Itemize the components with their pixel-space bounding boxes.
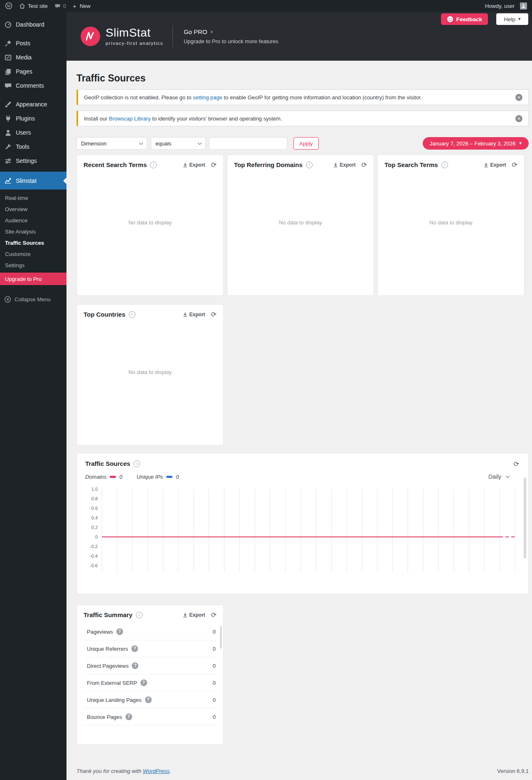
refresh-icon[interactable]	[512, 162, 517, 168]
summary-scrollbar[interactable]	[220, 626, 222, 649]
feedback-button[interactable]: Feedback	[441, 13, 488, 25]
legend-item-unique-ips[interactable]: Unique IPs 0	[137, 474, 179, 480]
help-icon[interactable]	[126, 714, 132, 720]
refresh-icon[interactable]	[211, 612, 217, 618]
export-label: Export	[340, 162, 356, 168]
chart-scrollbar[interactable]	[524, 477, 526, 559]
sidebar-item-label: Appearance	[16, 101, 47, 108]
svg-text:-0.2: -0.2	[90, 544, 98, 549]
apply-button[interactable]: Apply	[293, 137, 319, 150]
export-label: Export	[490, 162, 506, 168]
sidebar-item-label: Settings	[16, 157, 37, 164]
info-icon[interactable]	[133, 460, 140, 467]
wordpress-link[interactable]: WordPress	[143, 768, 170, 774]
svg-text:0.6: 0.6	[91, 506, 98, 511]
sidebar-item-pages[interactable]: Pages	[0, 64, 66, 79]
panel-top-countries: Top Countries Export No data to display	[76, 304, 224, 445]
refresh-icon[interactable]	[211, 311, 217, 318]
summary-label: Direct Pageviews	[87, 663, 128, 669]
gopro-block[interactable]: Go PRO › Upgrade to Pro to unlock more f…	[184, 28, 278, 44]
sidebar-item-plugins[interactable]: Plugins	[0, 111, 66, 125]
submenu-item-site-analysis[interactable]: Site Analysis	[0, 226, 66, 237]
admin-bar-comments[interactable]: 0	[54, 3, 66, 9]
submenu-item-real-time[interactable]: Real-time	[0, 192, 66, 204]
help-icon[interactable]	[131, 645, 138, 652]
legend-label: Unique IPs	[137, 474, 163, 480]
download-icon	[183, 613, 187, 618]
help-icon[interactable]	[116, 628, 123, 635]
submenu-item-upgrade-to-pro[interactable]: Upgrade to Pro	[0, 273, 66, 285]
export-button[interactable]: Export	[183, 162, 205, 168]
footer-thanks-text: .	[170, 768, 171, 774]
info-icon[interactable]	[129, 311, 135, 318]
slimstat-header: SlimStat privacy-first analytics Go PRO …	[66, 12, 532, 61]
submenu-item-settings[interactable]: Settings	[0, 260, 66, 271]
browscap-library-link[interactable]: Browscap Library	[109, 116, 150, 122]
export-button[interactable]: Export	[183, 612, 205, 618]
filter-value-input[interactable]	[209, 137, 287, 150]
sidebar-item-tools[interactable]: Tools	[0, 140, 66, 154]
user-avatar[interactable]	[520, 2, 527, 10]
wp-logo-menu[interactable]: W	[5, 2, 12, 10]
setting-page-link[interactable]: setting page	[193, 94, 222, 101]
help-icon[interactable]	[132, 662, 138, 669]
interval-select[interactable]: Daily	[488, 473, 520, 480]
submenu-item-customize[interactable]: Customize	[0, 249, 66, 260]
admin-bar-site-link[interactable]: Test site	[19, 3, 48, 9]
export-button[interactable]: Export	[333, 162, 356, 168]
help-icon[interactable]	[145, 696, 152, 703]
date-range-picker[interactable]: January 7, 2026 – February 3, 2026	[423, 137, 529, 150]
download-icon	[484, 162, 488, 167]
info-icon[interactable]	[136, 612, 143, 618]
sidebar-item-posts[interactable]: Posts	[0, 36, 66, 50]
sidebar-item-label: Pages	[16, 68, 32, 75]
submenu-label: Overview	[5, 206, 27, 212]
sidebar-item-comments[interactable]: Comments	[0, 79, 66, 93]
summary-value: 0	[213, 714, 216, 720]
close-icon[interactable]	[515, 115, 522, 122]
legend-item-domains[interactable]: Domains 0	[85, 474, 123, 480]
info-icon[interactable]	[306, 162, 313, 168]
sidebar-item-label: Dashboard	[16, 21, 44, 28]
operator-value: equals	[155, 140, 171, 147]
submenu-item-traffic-sources[interactable]: Traffic Sources	[0, 237, 66, 249]
help-icon[interactable]	[140, 679, 147, 686]
sidebar-item-users[interactable]: Users	[0, 125, 66, 140]
submenu-item-overview[interactable]: Overview	[0, 204, 66, 215]
submenu-item-audience[interactable]: Audience	[0, 215, 66, 226]
refresh-icon[interactable]	[514, 461, 519, 468]
summary-label: Pageviews	[87, 629, 113, 635]
summary-row-direct-pageviews: Direct Pageviews 0	[84, 657, 217, 674]
help-dropdown[interactable]: Help	[496, 13, 528, 25]
site-name: Test site	[28, 3, 48, 9]
export-button[interactable]: Export	[183, 312, 205, 317]
sidebar-item-media[interactable]: Media	[0, 50, 66, 64]
sidebar-item-appearance[interactable]: Appearance	[0, 97, 66, 111]
export-button[interactable]: Export	[484, 162, 506, 168]
download-icon	[183, 312, 187, 317]
export-label: Export	[190, 312, 205, 317]
close-icon[interactable]	[515, 94, 522, 101]
comment-icon	[4, 81, 12, 90]
legend-label: Domains	[85, 474, 106, 480]
refresh-icon[interactable]	[211, 162, 217, 168]
chevron-down-icon	[198, 140, 202, 145]
pushpin-icon	[4, 39, 12, 47]
dimension-select[interactable]: Dimension	[76, 137, 147, 150]
info-icon[interactable]	[441, 162, 448, 168]
operator-select[interactable]: equals	[151, 137, 206, 150]
collapse-menu-button[interactable]: Collapse Menu	[0, 293, 66, 305]
sidebar-item-label: Posts	[16, 40, 30, 47]
sidebar-item-dashboard[interactable]: Dashboard	[0, 17, 66, 32]
help-label: Help	[504, 16, 515, 22]
info-icon[interactable]	[150, 162, 157, 168]
admin-bar-account[interactable]: Howdy, user	[485, 2, 527, 10]
admin-bar-new[interactable]: New	[73, 2, 91, 10]
refresh-icon[interactable]	[362, 162, 367, 168]
export-label: Export	[190, 612, 205, 618]
submenu-label: Traffic Sources	[5, 240, 44, 246]
sidebar-item-settings[interactable]: Settings	[0, 154, 66, 168]
howdy-text: Howdy, user	[485, 3, 515, 9]
sidebar-item-slimstat[interactable]: Slimstat	[0, 172, 66, 189]
panel-traffic-summary: Traffic Summary Export Pageviews	[76, 605, 224, 745]
